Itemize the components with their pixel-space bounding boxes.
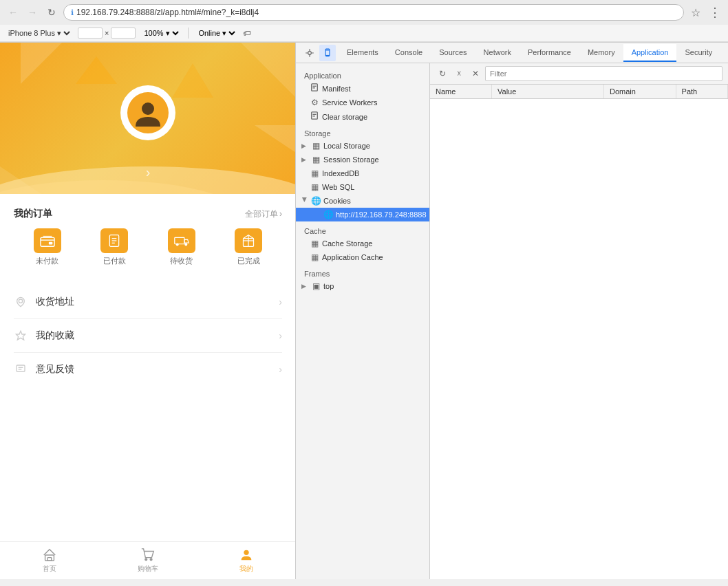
svg-rect-27 xyxy=(47,558,52,561)
device-toggle-icon[interactable] xyxy=(319,45,336,61)
col-header-value: Value xyxy=(492,85,604,98)
address-bar[interactable]: ℹ 192.168.79.248:8888/zl/app.html#/mine?… xyxy=(63,4,684,21)
storage-section-header: Storage xyxy=(296,127,429,139)
cookies-expand: ▶ xyxy=(301,197,308,204)
tree-service-workers[interactable]: ⚙ Service Workers xyxy=(296,96,429,109)
tag-icon: 🏷 xyxy=(243,29,250,37)
devtools-toolbar-icons xyxy=(299,45,339,61)
tree-manifest[interactable]: Manifest xyxy=(296,81,429,96)
main-panel: ↻ ☓ ✕ Name Value Domain Path xyxy=(430,63,728,579)
menu-list: 收货地址 › 我的收藏 › 意见反馈 › xyxy=(6,285,290,386)
svg-point-30 xyxy=(244,550,249,555)
url-text: 192.168.79.248:8888/zl/app.html#/mine?_k… xyxy=(76,8,259,17)
forward-button[interactable]: → xyxy=(25,5,40,20)
order-icon-box xyxy=(235,228,262,253)
tree-app-cache[interactable]: ▦ Application Cache xyxy=(296,250,429,264)
tab-security[interactable]: Security xyxy=(676,44,720,62)
tab-performance[interactable]: Performance xyxy=(520,44,579,62)
svg-point-16 xyxy=(176,243,179,246)
filter-bar: ↻ ☓ ✕ xyxy=(430,63,728,85)
col-header-path: Path xyxy=(676,85,728,98)
svg-point-17 xyxy=(184,243,187,246)
width-input[interactable]: 414 xyxy=(78,28,103,39)
reload-button[interactable]: ↻ xyxy=(44,5,59,20)
tree-cookie-url[interactable]: 🌐 http://192.168.79.248:8888 xyxy=(296,208,429,221)
tab-elements[interactable]: Elements xyxy=(339,44,387,62)
height-input[interactable]: 736 xyxy=(111,28,136,39)
browser-menu-button[interactable]: ⋮ xyxy=(707,5,722,20)
menu-arrow-favorites: › xyxy=(279,330,282,341)
devtools-panel: Elements Console Sources Network Perform… xyxy=(296,43,728,579)
order-item-3[interactable]: 已完成 xyxy=(235,228,262,266)
devtools-tabs-bar: Elements Console Sources Network Perform… xyxy=(296,43,728,63)
menu-item-favorites[interactable]: 我的收藏 › xyxy=(14,319,282,353)
menu-item-feedback[interactable]: 意见反馈 › xyxy=(14,353,282,386)
device-select[interactable]: iPhone 8 Plus ▾ xyxy=(6,28,72,38)
svg-marker-4 xyxy=(76,56,117,84)
menu-item-address[interactable]: 收货地址 › xyxy=(14,285,282,319)
nav-item-cart[interactable]: 购物车 xyxy=(98,542,197,579)
network-select[interactable]: Online ▾ xyxy=(195,28,237,38)
tree-web-sql[interactable]: ▦ Web SQL xyxy=(296,180,429,194)
menu-arrow-address: › xyxy=(279,296,282,307)
menu-text-address: 收货地址 xyxy=(36,296,270,308)
sidebar-tree: Application Manifest ⚙ Service Workers xyxy=(296,63,430,579)
svg-rect-35 xyxy=(312,84,318,91)
application-group: Application Manifest ⚙ Service Workers xyxy=(296,69,429,124)
tree-top-frame[interactable]: ▶ ▣ top xyxy=(296,279,429,293)
local-storage-icon: ▦ xyxy=(311,141,321,151)
feedback-icon xyxy=(14,362,28,376)
local-storage-expand: ▶ xyxy=(301,142,308,149)
tab-application[interactable]: Application xyxy=(623,44,677,62)
svg-point-8 xyxy=(142,102,154,115)
tab-console[interactable]: Console xyxy=(387,44,431,62)
tab-network[interactable]: Network xyxy=(475,44,520,62)
order-label-0: 未付款 xyxy=(36,256,58,266)
table-body xyxy=(430,99,728,579)
cookie-url-icon: 🌐 xyxy=(323,210,333,219)
nav-item-home[interactable]: 首页 xyxy=(0,542,98,579)
dimension-inputs: 414 × 736 xyxy=(78,28,136,39)
indexeddb-icon: ▦ xyxy=(310,169,319,178)
bottom-nav: 首页 购物车 我的 xyxy=(0,541,296,579)
svg-rect-38 xyxy=(312,112,318,119)
nav-item-mine[interactable]: 我的 xyxy=(197,542,296,579)
orders-title: 我的订单 xyxy=(14,208,52,220)
refresh-button[interactable]: ↻ xyxy=(436,67,449,80)
bookmark-button[interactable]: ☆ xyxy=(688,5,703,20)
order-item-1[interactable]: 已付款 xyxy=(100,228,128,266)
back-button[interactable]: ← xyxy=(6,5,21,20)
tree-cache-storage[interactable]: ▦ Cache Storage xyxy=(296,237,429,250)
tree-cookies[interactable]: ▶ 🌐 Cookies xyxy=(296,194,429,208)
zoom-select[interactable]: 100% ▾ xyxy=(141,28,181,38)
orders-all-text: 全部订单 xyxy=(245,208,278,220)
inspect-icon[interactable] xyxy=(301,45,318,61)
order-item-0[interactable]: 未付款 xyxy=(34,228,61,266)
order-icon-document xyxy=(100,228,128,253)
clear-storage-icon xyxy=(310,111,319,122)
dimension-separator: × xyxy=(105,29,109,37)
orders-all-link[interactable]: 全部订单 › xyxy=(245,208,282,220)
tab-memory[interactable]: Memory xyxy=(579,44,623,62)
nav-label-home: 首页 xyxy=(43,564,56,574)
home-icon xyxy=(42,547,57,563)
mobile-preview: › 我的订单 全部订单 › 未付款 xyxy=(0,43,296,579)
menu-text-favorites: 我的收藏 xyxy=(36,329,270,342)
tree-session-storage[interactable]: ▶ ▦ Session Storage xyxy=(296,153,429,166)
svg-point-29 xyxy=(150,558,152,561)
clear-button[interactable]: ☓ xyxy=(452,67,466,80)
banner-arrow: › xyxy=(146,164,151,180)
tree-local-storage[interactable]: ▶ ▦ Local Storage xyxy=(296,139,429,153)
svg-point-31 xyxy=(308,51,312,54)
orders-header: 我的订单 全部订单 › xyxy=(14,208,282,220)
tab-sources[interactable]: Sources xyxy=(431,44,475,62)
nav-label-cart: 购物车 xyxy=(138,564,158,574)
svg-rect-9 xyxy=(41,237,54,246)
filter-input[interactable] xyxy=(485,66,722,81)
order-icons-row: 未付款 已付款 待收货 xyxy=(14,228,282,266)
close-filter-button[interactable]: ✕ xyxy=(469,67,482,80)
tree-indexeddb[interactable]: ▦ IndexedDB xyxy=(296,166,429,180)
order-item-2[interactable]: 待收货 xyxy=(168,228,195,266)
order-label-2: 待收货 xyxy=(170,256,193,266)
tree-clear-storage[interactable]: Clear storage xyxy=(296,109,429,124)
